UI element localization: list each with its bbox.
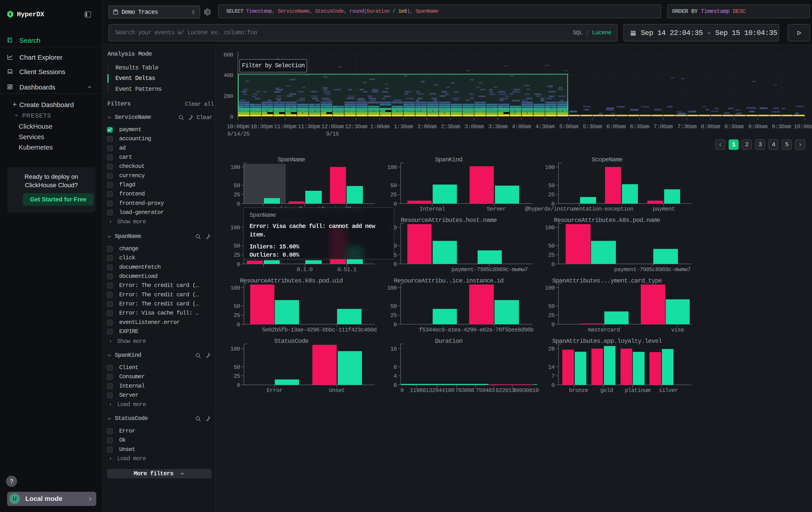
svg-text:25: 25	[233, 191, 240, 198]
svg-text:SpanAttributes.app.loyalty.lev: SpanAttributes.app.loyalty.level	[552, 338, 662, 345]
svg-text:9:00am: 9:00am	[748, 123, 767, 130]
svg-text:759483: 759483	[475, 387, 495, 394]
svg-text:12:00am: 12:00am	[321, 123, 344, 130]
svg-text:5:00am: 5:00am	[559, 123, 579, 130]
svg-text:25: 25	[548, 312, 554, 319]
svg-text:100: 100	[387, 285, 397, 291]
svg-text:50: 50	[233, 182, 240, 189]
svg-text:6:00am: 6:00am	[606, 123, 626, 130]
svg-text:SpanKind: SpanKind	[435, 156, 462, 163]
svg-text:0.51.1: 0.51.1	[337, 266, 357, 273]
svg-text:100: 100	[230, 285, 240, 291]
svg-text:3:30am: 3:30am	[488, 123, 508, 130]
svg-text:100: 100	[545, 164, 554, 171]
svg-text:25: 25	[233, 252, 240, 259]
svg-text:1:00am: 1:00am	[370, 123, 389, 130]
svg-text:0: 0	[237, 201, 240, 208]
svg-text:11:00pm: 11:00pm	[274, 123, 296, 130]
svg-text:f5344ec9-a1ea-4290-a62a-78f5be: f5344ec9-a1ea-4290-a62a-78f5bee8d90b	[419, 327, 533, 333]
svg-text:400: 400	[224, 72, 233, 79]
svg-text:platinum: platinum	[625, 387, 650, 394]
svg-text:0: 0	[394, 201, 397, 208]
svg-text:ResourceAttributes.k8s.pod.nam: ResourceAttributes.k8s.pod.name	[554, 217, 660, 224]
svg-text:visa: visa	[671, 327, 684, 333]
svg-text:50: 50	[548, 243, 554, 249]
svg-text:7: 7	[551, 373, 554, 380]
svg-text:1198813: 1198813	[410, 387, 432, 394]
svg-text:200: 200	[224, 93, 233, 100]
svg-text:0: 0	[237, 261, 240, 268]
svg-text:silver: silver	[659, 387, 678, 394]
svg-text:100: 100	[545, 224, 554, 231]
svg-text:4: 4	[394, 373, 397, 380]
svg-text:10:00pm: 10:00pm	[227, 123, 249, 130]
svg-text:16: 16	[390, 346, 397, 352]
svg-text:25: 25	[233, 373, 240, 380]
svg-text:0: 0	[551, 382, 554, 389]
svg-text:1:30am: 1:30am	[394, 123, 413, 130]
svg-text:600: 600	[224, 52, 233, 58]
svg-text:mastercard: mastercard	[588, 327, 620, 333]
svg-text:0: 0	[401, 387, 404, 394]
svg-text:5:30am: 5:30am	[583, 123, 602, 130]
svg-text:ResourceAttribu..ice.instance.: ResourceAttribu..ice.instance.id	[394, 277, 503, 284]
svg-text:50: 50	[548, 182, 554, 189]
svg-text:0: 0	[237, 321, 240, 328]
svg-text:0: 0	[237, 382, 240, 389]
svg-text:SpanName: SpanName	[278, 156, 305, 163]
svg-text:50: 50	[233, 303, 240, 309]
svg-text:StatusCode: StatusCode	[274, 338, 309, 345]
svg-text:822013: 822013	[496, 387, 515, 394]
svg-text:100: 100	[230, 346, 240, 352]
svg-text:0: 0	[394, 321, 397, 328]
svg-text:SpanAttributes...yment.card_ty: SpanAttributes...yment.card_type	[552, 277, 662, 284]
svg-text:100: 100	[387, 164, 397, 171]
svg-text:bronze: bronze	[569, 387, 588, 394]
svg-text:9:30am: 9:30am	[772, 123, 791, 130]
svg-text:0: 0	[551, 321, 554, 328]
svg-text:25: 25	[233, 312, 240, 319]
svg-text:25: 25	[390, 191, 397, 198]
svg-text:7:00am: 7:00am	[654, 123, 673, 130]
svg-text:3:00am: 3:00am	[464, 123, 484, 130]
svg-text:25: 25	[390, 312, 397, 319]
svg-text:2944180: 2944180	[432, 387, 454, 394]
svg-text:99930810: 99930810	[513, 387, 539, 394]
svg-text:4:30am: 4:30am	[535, 123, 555, 130]
svg-text:Internal: Internal	[419, 206, 445, 212]
svg-text:10:30pm: 10:30pm	[250, 123, 273, 130]
svg-text:10:00am: 10:00am	[794, 123, 812, 130]
svg-text:payment: payment	[652, 206, 675, 212]
svg-text:8:00am: 8:00am	[701, 123, 720, 130]
svg-text:12:30am: 12:30am	[345, 123, 367, 130]
svg-text:50: 50	[390, 182, 397, 189]
svg-text:25: 25	[548, 252, 554, 259]
svg-text:5e02b5fb-13ae-4296-bbbc-111f42: 5e02b5fb-13ae-4296-bbbc-111f423c460d	[262, 327, 377, 333]
svg-text:payment-7985c8969c-mwmw7: payment-7985c8969c-mwmw7	[614, 266, 690, 273]
svg-text:50: 50	[548, 303, 554, 309]
svg-text:0: 0	[230, 114, 233, 120]
svg-text:Error: Error	[267, 387, 283, 394]
svg-text:0: 0	[394, 382, 397, 389]
svg-text:14: 14	[548, 364, 554, 371]
svg-text:Duration: Duration	[435, 338, 462, 345]
svg-text:payment-7985c8969c-mwmw7: payment-7985c8969c-mwmw7	[452, 266, 528, 273]
svg-text:8: 8	[394, 364, 397, 371]
svg-text:Server: Server	[487, 206, 506, 212]
svg-text:9/15: 9/15	[326, 131, 339, 137]
svg-text:11:30pm: 11:30pm	[298, 123, 320, 130]
svg-text:0: 0	[394, 261, 397, 268]
svg-text:25: 25	[548, 191, 554, 198]
svg-text:ResourceAttributes.host.name: ResourceAttributes.host.name	[401, 217, 496, 224]
svg-text:7:30am: 7:30am	[677, 123, 697, 130]
svg-text:4:00am: 4:00am	[512, 123, 531, 130]
svg-text:@hyperdx/instrumentation-excep: @hyperdx/instrumentation-exception	[525, 206, 633, 212]
svg-text:2:30am: 2:30am	[441, 123, 460, 130]
svg-text:703098: 703098	[455, 387, 474, 394]
svg-text:6:30am: 6:30am	[630, 123, 649, 130]
svg-text:100: 100	[545, 285, 554, 291]
svg-text:100: 100	[230, 224, 240, 231]
svg-text:0.1.0: 0.1.0	[297, 266, 313, 273]
svg-text:9/14/25: 9/14/25	[227, 131, 250, 137]
svg-text:8:30am: 8:30am	[724, 123, 744, 130]
